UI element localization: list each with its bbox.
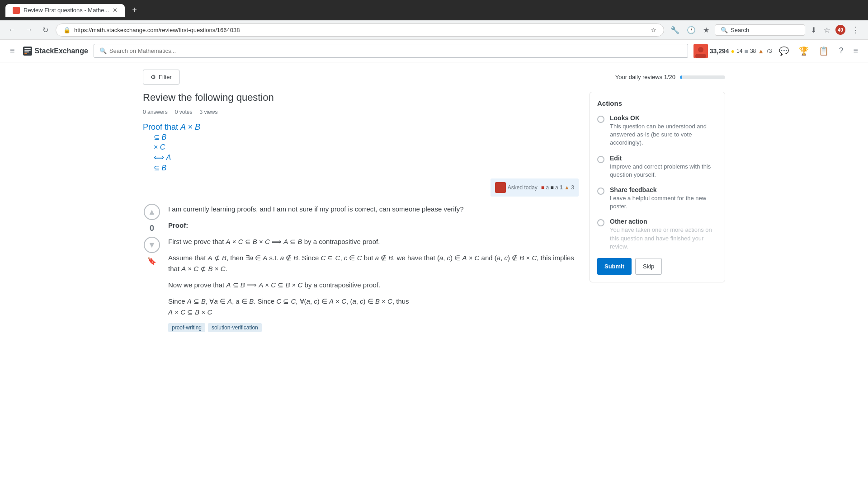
tag-proof-writing[interactable]: proof-writing — [168, 323, 205, 332]
math-line-4: ⊆ B — [154, 163, 579, 173]
question-stats: 0 answers 0 votes 3 views — [143, 109, 579, 115]
se-hamburger-button[interactable]: ≡ — [850, 43, 861, 58]
action-name-edit: Edit — [610, 155, 717, 162]
question-body-wrapper: ▲ 0 ▼ 🔖 I am currently learning proofs, … — [143, 204, 579, 332]
progress-fill — [680, 75, 682, 79]
downvote-button[interactable]: ▼ — [144, 237, 160, 253]
intro-paragraph: I am currently learning proofs, and I am… — [168, 204, 579, 215]
action-option-looks-ok[interactable]: Looks OK This question can be understood… — [597, 114, 717, 147]
skip-button[interactable]: Skip — [635, 258, 662, 275]
inbox-button[interactable]: 💬 — [776, 43, 792, 59]
proof-label: Proof: — [168, 220, 579, 231]
action-radio-share-feedback[interactable] — [597, 188, 604, 195]
action-option-share-feedback[interactable]: Share feedback Leave a helpful comment f… — [597, 186, 717, 211]
user-avatar[interactable] — [693, 44, 708, 58]
review-queues-button[interactable]: 📋 — [816, 43, 831, 59]
math-content: ⊆ B × C ⟺ A ⊆ B — [154, 132, 579, 173]
asked-time: Asked today — [508, 184, 538, 191]
math-line-3: ⟺ A — [154, 152, 579, 163]
action-text-other: Other action You have taken one or more … — [610, 218, 717, 251]
vote-count: 0 — [150, 224, 154, 233]
security-icon: 🔒 — [63, 27, 71, 33]
filter-button[interactable]: ⚙ Filter — [143, 70, 179, 84]
daily-reviews: Your daily reviews 1/20 — [615, 74, 725, 80]
browser-search-box[interactable]: 🔍 Search — [715, 24, 805, 36]
bookmarks-icon[interactable]: ☆ — [822, 24, 832, 36]
help-button[interactable]: ? — [836, 43, 846, 58]
se-search-box[interactable]: 🔍 — [94, 44, 688, 58]
history-icon[interactable]: 🕐 — [685, 24, 698, 36]
tab-close-button[interactable]: ✕ — [113, 7, 118, 14]
se-logo[interactable]: StackExchange — [23, 47, 88, 56]
math-line-1: ⊆ B — [154, 132, 579, 142]
proof-line-2: Assume that A ⊄ B, then ∃a ∈ A s.t. a ∉ … — [168, 253, 579, 274]
silver-badge-icon: ■ — [744, 47, 748, 55]
bookmark-star[interactable]: ☆ — [651, 27, 656, 33]
tag-solution-verification[interactable]: solution-verification — [208, 323, 262, 332]
action-option-edit[interactable]: Edit Improve and correct problems with t… — [597, 155, 717, 179]
action-desc-other: You have taken one or more actions on th… — [610, 226, 717, 251]
address-bar[interactable]: 🔒 https://math.stackexchange.com/review/… — [56, 23, 664, 37]
action-desc-looks-ok: This question can be understood and answ… — [610, 122, 717, 147]
tab-title: Review First questions - Mathe... — [24, 7, 109, 14]
badge-indicator: ■ a ■ a 1 ▲ 3 — [541, 184, 574, 191]
action-option-other[interactable]: Other action You have taken one or more … — [597, 218, 717, 251]
svg-rect-7 — [695, 54, 706, 58]
extensions-icon[interactable]: 🔧 — [669, 24, 681, 36]
reload-button[interactable]: ↻ — [40, 24, 51, 36]
logo-stack: Stack — [35, 47, 54, 55]
se-logo-text: StackExchange — [35, 47, 88, 55]
gold-badge-icon: ● — [731, 47, 735, 55]
logo-exchange: Exchange — [54, 47, 88, 55]
se-search-input[interactable] — [109, 47, 682, 54]
reputation-score: 33,294 — [710, 47, 729, 55]
action-radio-other[interactable] — [597, 219, 604, 226]
main-container: ⚙ Filter Your daily reviews 1/20 Review … — [136, 62, 732, 339]
bronze-badge-count: 73 — [766, 48, 772, 54]
browser-search-label: Search — [731, 27, 749, 33]
browser-tab[interactable]: Review First questions - Mathe... ✕ — [5, 4, 125, 17]
browser-menu-button[interactable]: ⋮ — [849, 23, 863, 37]
back-button[interactable]: ← — [5, 24, 18, 36]
browser-user-avatar-label: 49 — [838, 27, 843, 33]
forward-button[interactable]: → — [23, 24, 35, 36]
achievements-button[interactable]: 🏆 — [796, 43, 811, 59]
filter-label: Filter — [159, 74, 172, 80]
votes-count: 0 votes — [175, 109, 193, 115]
hamburger-icon: ≡ — [10, 46, 15, 56]
silver-badge-count: 38 — [750, 48, 756, 54]
bronze-badge-icon: ▲ — [758, 47, 764, 55]
asker-avatar — [495, 182, 506, 193]
submit-button[interactable]: Submit — [597, 258, 632, 275]
review-content: Review the following question 0 answers … — [143, 92, 725, 332]
tags: proof-writing solution-verification — [168, 323, 579, 332]
profile-icon[interactable]: ★ — [701, 24, 711, 36]
action-name-looks-ok: Looks OK — [610, 114, 717, 122]
action-radio-looks-ok[interactable] — [597, 116, 604, 123]
search-icon: 🔍 — [721, 27, 728, 33]
bookmark-button[interactable]: 🔖 — [147, 257, 156, 265]
hamburger-menu-button[interactable]: ≡ — [7, 43, 18, 58]
math-line-2: × C — [154, 142, 579, 152]
filter-bar: ⚙ Filter Your daily reviews 1/20 — [143, 70, 725, 84]
action-radio-edit[interactable] — [597, 156, 604, 163]
se-header-right: 33,294 ● 14 ■ 38 ▲ 73 💬 🏆 📋 ? ≡ — [693, 43, 861, 59]
answers-count: 0 answers — [143, 109, 168, 115]
action-desc-share-feedback: Leave a helpful comment for the new post… — [610, 194, 717, 211]
new-tab-button[interactable]: + — [128, 4, 141, 17]
proof-line-3: Now we prove that A ⊆ B ⟹ A × C ⊆ B × C … — [168, 280, 579, 291]
download-icon[interactable]: ⬇ — [809, 24, 818, 36]
upvote-button[interactable]: ▲ — [144, 204, 160, 220]
user-reputation: 33,294 ● 14 ■ 38 ▲ 73 — [693, 44, 772, 58]
action-desc-edit: Improve and correct problems with this q… — [610, 163, 717, 179]
question-title-link[interactable]: Proof that A × B ⊆ B × C ⟺ A ⊆ B — [143, 122, 579, 173]
review-title: Review the following question — [143, 92, 579, 103]
action-buttons: Submit Skip — [597, 258, 717, 275]
question-title-text: Proof that — [143, 122, 178, 131]
action-text-looks-ok: Looks OK This question can be understood… — [610, 114, 717, 147]
browser-user-avatar[interactable]: 49 — [835, 25, 845, 35]
vote-controls: ▲ 0 ▼ 🔖 — [143, 204, 161, 332]
filter-icon: ⚙ — [151, 74, 156, 80]
question-body: I am currently learning proofs, and I am… — [168, 204, 579, 318]
se-header: ≡ StackExchange 🔍 33,294 ● — [0, 40, 868, 62]
